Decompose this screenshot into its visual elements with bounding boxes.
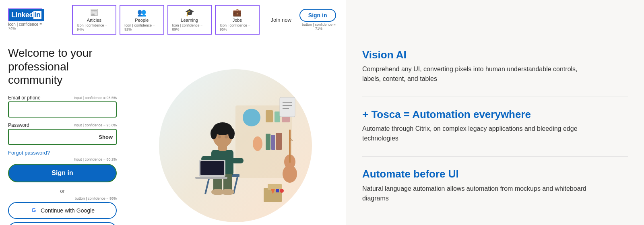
person-illustration — [171, 81, 300, 210]
signin-btn-confidence: Input | confidence = 60.2% — [8, 157, 117, 161]
svg-rect-2 — [266, 110, 273, 122]
articles-icon: 📰 — [90, 8, 99, 17]
password-label-row: Password Input | confidence = 95.0% — [8, 122, 117, 128]
google-btn-confidence: button | confidence = 95% — [8, 196, 117, 200]
learning-confidence: Icon | confidence = 89% — [172, 23, 207, 31]
google-icon: G — [30, 207, 37, 214]
svg-rect-8 — [276, 133, 282, 150]
svg-point-14 — [283, 165, 297, 183]
join-now-link[interactable]: Join now — [271, 17, 291, 23]
svg-rect-7 — [271, 135, 275, 150]
linkedin-logo[interactable]: Linked in — [8, 8, 42, 21]
google-btn-label: Continue with Google — [41, 207, 95, 214]
svg-point-1 — [243, 109, 260, 126]
right-panel: Vision AI Comprehend any UI, converting … — [346, 0, 644, 225]
google-button[interactable]: G Continue with Google — [8, 202, 117, 219]
nav-icon-articles[interactable]: 📰 Articles Icon | confidence = 94% — [72, 5, 116, 35]
svg-rect-39 — [268, 184, 282, 190]
email-field-group: Email or phone Input | confidence = 98.5… — [8, 95, 117, 118]
divider-1 — [362, 97, 628, 97]
svg-point-25 — [221, 189, 234, 195]
vision-ai-desc: Comprehend any UI, converting pixels int… — [362, 64, 588, 84]
tosca-title: + Tosca = Automation everywhere — [362, 108, 628, 121]
automate-desc: Natural language automation allows autom… — [362, 184, 588, 203]
forgot-password-link[interactable]: Forgot password? — [8, 150, 117, 156]
divider-2 — [362, 156, 628, 157]
people-confidence: Icon | confidence = 92% — [124, 23, 159, 31]
welcome-title: Welcome to your professional community — [8, 46, 117, 87]
svg-point-37 — [225, 135, 228, 138]
feature-automate: Automate before UI Natural language auto… — [362, 168, 628, 203]
logo-text: Linked — [11, 11, 33, 19]
jobs-confidence: Icon | confidence = 95% — [220, 23, 254, 31]
svg-point-5 — [253, 136, 262, 151]
svg-point-34 — [211, 128, 217, 139]
nav-icon-jobs[interactable]: 💼 Jobs Icon | confidence = 95% — [215, 5, 259, 35]
email-confidence: Input | confidence = 98.5% — [74, 96, 117, 100]
or-text: or — [60, 188, 65, 194]
nav-icons: 📰 Articles Icon | confidence = 94% 👥 Peo… — [72, 5, 260, 35]
email-label-row: Email or phone Input | confidence = 98.5… — [8, 95, 117, 101]
signin-nav-button[interactable]: Sign in — [299, 9, 336, 22]
svg-point-35 — [228, 128, 235, 139]
form-section: Welcome to your professional community E… — [0, 38, 125, 225]
logo-area: Linked in Icon | confidence = 74% — [8, 8, 48, 31]
svg-line-19 — [205, 177, 209, 194]
signin-button[interactable]: Sign in — [8, 164, 117, 182]
feature-vision-ai: Vision AI Comprehend any UI, converting … — [362, 49, 628, 84]
illustration-circle — [159, 69, 312, 222]
learning-label: Learning — [181, 18, 198, 23]
top-nav: Linked in Icon | confidence = 74% 📰 Arti… — [0, 0, 346, 38]
linkedin-logo-inner: Linked in — [9, 9, 44, 21]
articles-confidence: Icon | confidence = 94% — [77, 23, 111, 31]
svg-rect-15 — [289, 130, 291, 163]
left-panel: Linked in Icon | confidence = 74% 📰 Arti… — [0, 0, 346, 225]
main-content: Welcome to your professional community E… — [0, 38, 346, 225]
email-label: Email or phone — [8, 95, 41, 101]
signin-nav-confidence: button | confidence = 71% — [299, 23, 338, 31]
svg-rect-30 — [195, 177, 227, 179]
svg-rect-29 — [200, 161, 224, 175]
nav-icon-learning[interactable]: 🎓 Learning Icon | confidence = 89% — [167, 5, 212, 35]
vision-ai-title: Vision AI — [362, 49, 628, 61]
svg-rect-27 — [231, 158, 244, 163]
password-confidence: Input | confidence = 95.0% — [74, 123, 117, 127]
svg-rect-3 — [275, 111, 280, 122]
jobs-label: Jobs — [233, 18, 242, 23]
logo-in: in — [33, 11, 41, 19]
tosca-desc: Automate through Citrix, on complex lega… — [362, 124, 588, 143]
email-input[interactable] — [8, 101, 117, 118]
or-divider: or — [8, 188, 117, 194]
password-wrapper: Show — [8, 129, 117, 145]
people-icon: 👥 — [137, 8, 146, 17]
feature-tosca: + Tosca = Automation everywhere Automate… — [362, 108, 628, 143]
svg-rect-9 — [280, 97, 295, 117]
svg-point-42 — [280, 189, 284, 193]
svg-rect-41 — [276, 189, 279, 192]
signin-nav-area: Sign in button | confidence = 71% — [299, 9, 338, 31]
illustration-section — [125, 38, 346, 225]
jobs-icon: 💼 — [233, 8, 242, 17]
people-label: People — [135, 18, 149, 23]
svg-point-36 — [218, 135, 221, 138]
password-label: Password — [8, 122, 29, 128]
password-field-group: Password Input | confidence = 95.0% Show — [8, 122, 117, 145]
nav-icon-people[interactable]: 👥 People Icon | confidence = 92% — [120, 5, 164, 35]
join-button[interactable]: New to LinkedIn? Join now — [8, 222, 117, 225]
logo-confidence: Icon | confidence = 74% — [8, 22, 48, 31]
automate-title: Automate before UI — [362, 168, 628, 180]
articles-label: Articles — [87, 18, 101, 23]
show-password-button[interactable]: Show — [99, 134, 113, 140]
learning-icon: 🎓 — [185, 8, 194, 17]
svg-rect-6 — [266, 134, 270, 150]
